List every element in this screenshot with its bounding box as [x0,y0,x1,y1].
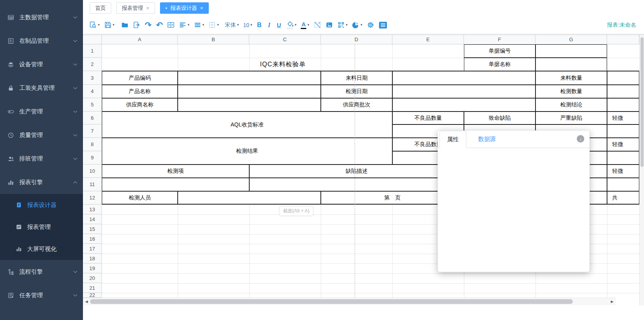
sheet-cell[interactable] [607,98,639,112]
sheet-cell[interactable] [178,85,321,98]
horizontal-scrollbar[interactable]: ◀ ▶ [83,298,616,305]
sheet-cell[interactable]: 检测日期 [321,85,392,98]
font-color-button[interactable]: A ▾ [299,20,311,30]
column-header-C[interactable]: C [249,35,321,44]
qrcode-button[interactable]: ▾ [336,20,350,29]
sheet-cell[interactable]: 供应商名称 [102,98,178,112]
export-button[interactable] [131,20,142,29]
sheet-cell[interactable] [178,191,321,205]
column-header-D[interactable]: D [321,35,392,44]
row-header-18[interactable]: 18 [83,254,102,263]
scroll-right-icon[interactable]: ▶ [609,299,615,304]
sheet-cell[interactable]: 检测数量 [535,85,607,98]
sheet-cell[interactable] [607,151,639,165]
chart-button[interactable]: ▾ [350,20,364,29]
font-family-select[interactable]: 宋体 ▾ [223,21,241,29]
font-size-select[interactable]: 10 ▾ [241,21,254,29]
sheet-cell[interactable]: 致命缺陷 [464,112,535,124]
row-header-15[interactable]: 15 [83,224,102,234]
row-header-8[interactable]: 8 [83,138,102,151]
sidebar-item-设备管理[interactable]: 设备管理 [0,53,83,76]
open-button[interactable] [120,20,130,29]
column-header-partial[interactable] [607,35,639,44]
sheet-cell[interactable]: 检测项 [102,165,249,178]
row-header-10[interactable]: 10 [83,165,102,178]
row-height-button[interactable]: ▾ [192,20,206,29]
row-header-2[interactable]: 2 [83,58,102,71]
tab-datasource[interactable]: 数据源 [471,131,503,148]
sheet-cell[interactable] [607,71,639,85]
vertical-scrollbar[interactable] [639,35,644,305]
sheet-cell[interactable] [535,58,607,71]
sheet-cell[interactable]: 轻微 [607,138,639,151]
v-scrollbar-thumb[interactable] [640,37,644,167]
row-header-11[interactable]: 11 [83,178,102,191]
row-header-4[interactable]: 4 [83,85,102,98]
sheet-cell[interactable] [102,178,249,191]
sheet-cell[interactable] [392,98,535,112]
sheet-cell[interactable]: IQC来料检验单 [102,58,464,71]
bold-button[interactable]: B [255,21,264,29]
sidebar-item-任务管理[interactable]: 任务管理 [0,283,83,307]
sidebar-item-主数据管理[interactable]: 主数据管理 [0,5,83,29]
sidebar-item-工装夹具管理[interactable]: 工装夹具管理 [0,76,83,100]
sidebar-subitem-报表设计器[interactable]: 报表设计器 [0,194,83,216]
row-header-7[interactable]: 7 [83,124,102,138]
sidebar-item-流程引擎[interactable]: 流程引擎 [0,260,83,283]
sheet-cell[interactable]: 轻微 [607,165,639,178]
sheet-cell[interactable] [392,85,535,98]
sidebar-subitem-大屏可视化[interactable]: 大屏可视化 [0,238,83,260]
diagonal-cell-button[interactable] [312,20,323,29]
row-header-9[interactable]: 9 [83,151,102,165]
tab-report-management[interactable]: 报表管理 × [116,2,155,14]
download-circle-icon[interactable]: ↓ [577,135,584,143]
close-tab-icon[interactable]: × [200,5,203,11]
sidebar-item-在制品管理[interactable]: 在制品管理 [0,29,83,53]
row-header-6[interactable]: 6 [83,112,102,124]
sheet-cell[interactable] [607,178,639,191]
scroll-left-icon[interactable]: ◀ [83,299,90,304]
row-header-3[interactable]: 3 [83,71,102,85]
sheet-cell[interactable]: 缺陷描述 [249,165,464,178]
sheet-cell[interactable]: 产品名称 [102,85,178,98]
sheet-cell[interactable] [178,71,321,85]
insert-image-button[interactable] [324,20,335,29]
select-all-corner[interactable] [83,35,102,44]
sheet-cell[interactable] [535,44,607,58]
sheet-cell[interactable]: 轻微 [607,112,639,124]
row-header-20[interactable]: 20 [83,273,102,283]
sheet-cell[interactable]: AQL收货标准 [102,112,392,138]
row-header-17[interactable]: 17 [83,244,102,254]
align-button[interactable]: ▾ [177,20,191,29]
underline-button[interactable]: U [275,21,283,29]
merge-cells-button[interactable] [166,20,176,29]
sheet-cell[interactable]: 共 [607,191,639,205]
sheet-cell[interactable]: 检测人员 [102,191,178,205]
spreadsheet[interactable]: 截图(Alt + A) 属性 数据源 ↓ ◀ ▶ ABCDEFG12345678… [83,35,644,305]
column-header-B[interactable]: B [178,35,249,44]
sidebar-item-排班管理[interactable]: 排班管理 [0,147,83,170]
sidebar-item-报表引擎[interactable]: 报表引擎 [0,170,83,194]
sheet-cell[interactable] [178,98,321,112]
settings-button[interactable] [365,20,376,29]
column-header-A[interactable]: A [102,35,178,44]
sheet-cell[interactable]: 不良品数量 [392,112,464,124]
sheet-cell[interactable]: 产品编码 [102,71,178,85]
sheet-cell[interactable] [607,85,639,98]
row-header-22[interactable]: 22 [83,293,102,298]
sheet-cell[interactable]: 供应商批次 [321,98,392,112]
sidebar-subitem-报表管理[interactable]: 报表管理 [0,216,83,238]
sheet-cell[interactable]: 来料日期 [321,71,392,85]
fill-color-button[interactable]: ▾ [285,20,298,30]
row-header-5[interactable]: 5 [83,98,102,112]
sheet-cell[interactable] [392,71,535,85]
sheet-cell[interactable]: 检测结论 [535,98,607,112]
close-tab-icon[interactable]: × [146,5,149,11]
tab-home[interactable]: 首页 [90,2,111,14]
undo-button[interactable]: ↶ [155,20,165,30]
column-header-E[interactable]: E [392,35,464,44]
column-header-G[interactable]: G [535,35,607,44]
preview-button[interactable]: ▾ [88,20,101,29]
save-button[interactable]: ▾ [103,20,116,29]
row-header-21[interactable]: 21 [83,283,102,293]
